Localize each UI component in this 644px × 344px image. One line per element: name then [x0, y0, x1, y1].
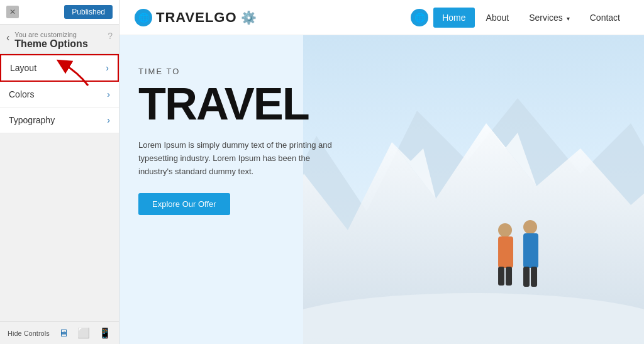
layout-label: Layout	[10, 63, 36, 73]
svg-rect-14	[531, 267, 537, 287]
site-nav-links: Home About Services ▾ Contact	[433, 8, 629, 28]
published-button[interactable]: Published	[64, 5, 113, 19]
back-row: ‹ You are customizing Theme Options ?	[0, 25, 119, 54]
nav-globe-icon: 🌐	[411, 9, 428, 26]
hero-content: TIME TO TRAVEL Lorem Ipsum is simply dum…	[119, 35, 408, 234]
svg-point-7	[498, 223, 512, 237]
svg-rect-9	[498, 267, 504, 286]
svg-rect-13	[523, 267, 530, 287]
tablet-icon[interactable]: ⬜	[77, 327, 90, 339]
nav-home[interactable]: Home	[433, 8, 474, 28]
logo-text: TRAVELGO	[156, 9, 237, 26]
svg-rect-8	[498, 236, 513, 268]
customizing-info: You are customizing Theme Options	[14, 31, 87, 50]
typography-label: Typography	[9, 115, 55, 125]
logo-compass-icon: ⚙️	[241, 10, 257, 25]
svg-rect-10	[506, 267, 512, 286]
sidebar-footer: Hide Controls 🖥 ⬜ 📱	[0, 321, 119, 344]
hero-description: Lorem Ipsum is simply dummy text of the …	[138, 139, 346, 178]
colors-menu-item[interactable]: Colors ›	[0, 82, 119, 108]
explore-button[interactable]: Explore Our Offer	[138, 193, 230, 215]
hide-controls-button[interactable]: Hide Controls	[8, 330, 50, 337]
services-dropdown-icon: ▾	[567, 15, 570, 22]
hero-section: TIME TO TRAVEL Lorem Ipsum is simply dum…	[119, 35, 644, 344]
colors-label: Colors	[9, 89, 34, 99]
site-logo: 🌐 TRAVELGO ⚙️	[135, 9, 257, 26]
svg-rect-12	[523, 233, 538, 268]
mobile-icon[interactable]: 📱	[99, 327, 111, 339]
hero-subtitle: TIME TO	[138, 67, 389, 76]
nav-contact[interactable]: Contact	[581, 8, 629, 28]
customizer-sidebar: ✕ Published ‹ You are customizing Theme …	[0, 0, 119, 344]
back-button[interactable]: ‹	[6, 32, 9, 43]
svg-point-11	[523, 220, 537, 234]
sidebar-header: ✕ Published	[0, 0, 119, 25]
chevron-right-icon: ›	[106, 63, 109, 73]
nav-about[interactable]: About	[477, 8, 518, 28]
logo-globe-icon: 🌐	[135, 9, 152, 26]
site-navbar: 🌐 TRAVELGO ⚙️ 🌐 Home About Services ▾ Co…	[119, 0, 644, 35]
chevron-right-icon: ›	[107, 89, 110, 99]
close-button[interactable]: ✕	[6, 6, 19, 18]
close-icon: ✕	[9, 8, 16, 16]
typography-menu-item[interactable]: Typography ›	[0, 108, 119, 133]
nav-services[interactable]: Services ▾	[520, 8, 579, 28]
svg-point-6	[303, 293, 644, 344]
layout-menu-item[interactable]: Layout ›	[0, 54, 119, 82]
theme-options-title: Theme Options	[14, 38, 87, 50]
info-icon[interactable]: ?	[108, 31, 113, 41]
site-preview: 🌐 TRAVELGO ⚙️ 🌐 Home About Services ▾ Co…	[119, 0, 644, 344]
chevron-right-icon: ›	[107, 115, 110, 125]
customizing-label: You are customizing	[14, 31, 87, 38]
hero-title: TRAVEL	[138, 81, 389, 126]
desktop-icon[interactable]: 🖥	[58, 328, 69, 339]
